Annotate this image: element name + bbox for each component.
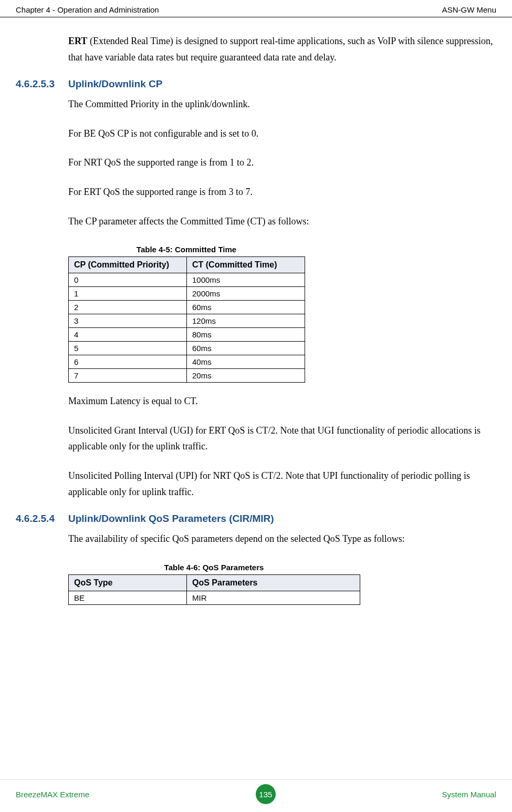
- table-row: 01000ms: [69, 273, 305, 287]
- header-left: Chapter 4 - Operation and Administration: [16, 5, 159, 14]
- section1-p2: For BE QoS CP is not configurable and is…: [68, 126, 496, 142]
- table-cell: 2000ms: [187, 287, 305, 301]
- table-row: 640ms: [69, 355, 305, 369]
- table-cell: 60ms: [187, 342, 305, 355]
- table-row: BEMIR: [69, 591, 360, 604]
- table-row: 720ms: [69, 369, 305, 383]
- table-cell: 1000ms: [187, 273, 305, 287]
- table-cell: 0: [69, 273, 187, 287]
- table46-caption: Table 4-6: QoS Parameters: [68, 563, 360, 572]
- section1-p5: The CP parameter affects the Committed T…: [68, 213, 496, 230]
- section1-p1: The Committed Priority in the uplink/dow…: [68, 96, 496, 112]
- table-row: 3120ms: [69, 314, 305, 328]
- table45-h2: CT (Committed Time): [187, 257, 305, 273]
- table46-h1: QoS Type: [69, 574, 187, 591]
- table-cell: 40ms: [187, 355, 305, 369]
- table45-caption: Table 4-5: Committed Time: [68, 245, 305, 254]
- ert-bold: ERT: [68, 36, 87, 46]
- table-cell: 120ms: [187, 314, 305, 328]
- committed-time-table: CP (Committed Priority) CT (Committed Ti…: [68, 256, 305, 383]
- section-heading-2: 4.6.2.5.4 Uplink/Downlink QoS Parameters…: [16, 513, 496, 525]
- table-row: 480ms: [69, 328, 305, 342]
- page-content: ERT (Extended Real Time) is designed to …: [0, 17, 512, 605]
- table-header-row: CP (Committed Priority) CT (Committed Ti…: [69, 257, 305, 273]
- section-num-1: 4.6.2.5.3: [16, 78, 68, 90]
- table-cell: 5: [69, 342, 187, 355]
- table-cell: 4: [69, 328, 187, 342]
- intro-text: (Extended Real Time) is designed to supp…: [68, 36, 493, 63]
- section-title-2: Uplink/Downlink QoS Parameters (CIR/MIR): [68, 513, 274, 525]
- table-cell: 6: [69, 355, 187, 369]
- table-cell: 2: [69, 301, 187, 314]
- section-num-2: 4.6.2.5.4: [16, 513, 68, 525]
- intro-paragraph: ERT (Extended Real Time) is designed to …: [68, 33, 496, 65]
- qos-parameters-table: QoS Type QoS Parameters BEMIR: [68, 574, 360, 605]
- table-cell: MIR: [187, 591, 360, 604]
- table46-h2: QoS Parameters: [187, 574, 360, 591]
- page-footer: BreezeMAX Extreme 135 System Manual: [0, 779, 512, 804]
- section2-p1: The availability of specific QoS paramet…: [68, 531, 496, 547]
- table-cell: 3: [69, 314, 187, 328]
- page-header: Chapter 4 - Operation and Administration…: [0, 0, 512, 17]
- table-cell: 7: [69, 369, 187, 383]
- table-cell: 1: [69, 287, 187, 301]
- page-number: 135: [256, 784, 276, 804]
- aftertable-p1: Maximum Latency is equal to CT.: [68, 393, 496, 409]
- section1-p3: For NRT QoS the supported range is from …: [68, 155, 496, 171]
- footer-right: System Manual: [442, 790, 496, 799]
- table45-h1: CP (Committed Priority): [69, 257, 187, 273]
- aftertable-p2: Unsolicited Grant Interval (UGI) for ERT…: [68, 423, 496, 455]
- section-heading-1: 4.6.2.5.3 Uplink/Downlink CP: [16, 78, 496, 90]
- section1-p4: For ERT QoS the supported range is from …: [68, 184, 496, 200]
- header-right: ASN-GW Menu: [442, 5, 496, 14]
- table-header-row: QoS Type QoS Parameters: [69, 574, 360, 591]
- table-cell: 20ms: [187, 369, 305, 383]
- table-cell: BE: [69, 591, 187, 604]
- table-cell: 80ms: [187, 328, 305, 342]
- section-title-1: Uplink/Downlink CP: [68, 78, 162, 90]
- table-row: 12000ms: [69, 287, 305, 301]
- footer-left: BreezeMAX Extreme: [16, 790, 89, 799]
- table-row: 560ms: [69, 342, 305, 355]
- aftertable-p3: Unsolicited Polling Interval (UPI) for N…: [68, 468, 496, 500]
- table-cell: 60ms: [187, 301, 305, 314]
- table-row: 260ms: [69, 301, 305, 314]
